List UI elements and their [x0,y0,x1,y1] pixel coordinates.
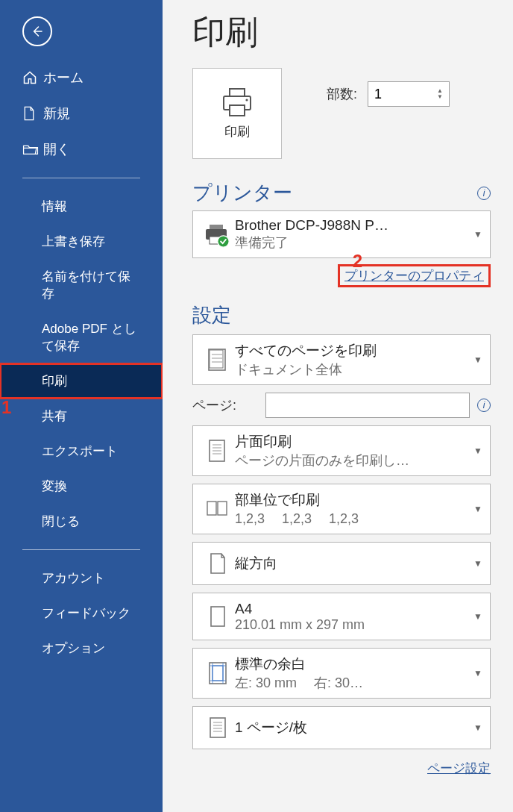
chevron-down-icon: ▼ [473,446,482,456]
pages-label: ページ: [192,396,258,414]
sidebar-item-label: フィードバック [42,605,130,622]
page-setup-link[interactable]: ページ設定 [427,761,491,775]
pages-per-sheet-dropdown[interactable]: 1 ページ/枚 ▼ [192,706,491,749]
sidebar-item-share[interactable]: 共有 [0,399,163,434]
sidebar-item-label: 情報 [42,198,67,215]
copies-spinner[interactable]: 1 ▲▼ [368,81,450,107]
sidebar-item-label: 印刷 [42,372,67,390]
document-icon [207,347,229,372]
collate-sub: 1,2,3 1,2,3 1,2,3 [235,510,473,528]
sidebar-item-account[interactable]: アカウント [0,560,163,596]
pages-scope-title: すべてのページを印刷 [235,341,473,360]
duplex-dropdown[interactable]: 片面印刷 ページの片面のみを印刷し… ▼ [192,425,491,476]
svg-rect-1 [230,89,245,96]
chevron-down-icon: ▼ [473,722,482,733]
pages-input[interactable] [265,393,470,418]
sidebar-item-label: 名前を付けて保存 [42,268,140,302]
portrait-icon [208,551,227,576]
orientation-title: 縦方向 [235,554,473,573]
annotation-1: 1 [1,397,11,418]
info-icon[interactable]: i [477,187,491,200]
sidebar-item-label: 変換 [42,478,67,495]
one-per-sheet-icon [207,715,228,740]
chevron-down-icon: ▼ [473,504,482,514]
paper-sub: 210.01 mm x 297 mm [235,617,473,633]
printer-dropdown[interactable]: Brother DCP-J988N P… 準備完了 ▼ [192,210,491,258]
print-button-label: 印刷 [224,123,250,140]
printer-large-icon [219,87,255,117]
svg-rect-19 [218,502,227,515]
sidebar: ホーム 新規 開く 情報 上書き保存 名前を付けて保存 Adobe PDF とし… [0,0,163,812]
sidebar-item-label: オプション [42,640,105,657]
copies-row: 部数: 1 ▲▼ [327,68,450,107]
paper-dropdown[interactable]: A4 210.01 mm x 297 mm ▼ [192,593,491,640]
sidebar-item-transform[interactable]: 変換 [0,469,163,504]
copies-value: 1 [374,87,382,102]
sidebar-item-new[interactable]: 新規 [0,96,163,131]
sidebar-separator [22,549,140,550]
spinner-arrows-icon: ▲▼ [437,88,443,100]
chevron-down-icon: ▼ [473,668,482,678]
sidebar-item-label: アカウント [42,569,105,587]
file-icon [22,106,43,121]
sidebar-item-print[interactable]: 印刷 [0,363,163,399]
margins-title: 標準の余白 [235,655,473,674]
svg-rect-5 [210,225,223,229]
margins-dropdown[interactable]: 標準の余白 左: 30 mm 右: 30… ▼ [192,648,491,699]
folder-open-icon [22,143,43,156]
sidebar-item-feedback[interactable]: フィードバック [0,596,163,631]
annotation-2: 2 [353,251,362,272]
pages-scope-sub: ドキュメント全体 [235,360,473,378]
page-title: 印刷 [192,10,491,54]
svg-point-7 [218,236,229,247]
margins-icon [207,660,228,686]
sidebar-item-label: 新規 [43,104,70,122]
sidebar-item-save-as[interactable]: 名前を付けて保存 [0,259,163,311]
main-panel: 印刷 印刷 部数: 1 ▲▼ プリンター i [163,0,513,812]
collate-title: 部単位で印刷 [235,490,473,510]
status-ready-icon [217,235,230,248]
svg-point-3 [245,99,248,101]
sidebar-item-save[interactable]: 上書き保存 [0,224,163,259]
info-icon[interactable]: i [477,399,491,412]
pages-scope-dropdown[interactable]: すべてのページを印刷 ドキュメント全体 ▼ [192,334,491,385]
paper-icon [208,604,227,629]
svg-rect-27 [210,718,225,737]
print-button[interactable]: 印刷 [192,68,282,159]
svg-rect-20 [211,607,224,626]
sidebar-item-label: 開く [43,140,70,158]
sidebar-item-adobe-pdf[interactable]: Adobe PDF として保存 [0,311,163,363]
sidebar-item-close[interactable]: 閉じる [0,504,163,539]
sidebar-item-label: 上書き保存 [42,233,105,250]
printer-section-title: プリンター [192,180,292,206]
sidebar-separator [22,178,140,178]
sidebar-item-export[interactable]: エクスポート [0,434,163,469]
duplex-title: 片面印刷 [235,432,473,452]
paper-title: A4 [235,601,473,617]
collate-dropdown[interactable]: 部単位で印刷 1,2,3 1,2,3 1,2,3 ▼ [192,484,491,534]
sidebar-item-options[interactable]: オプション [0,631,163,666]
copies-label: 部数: [327,85,357,103]
svg-rect-2 [230,105,245,116]
sidebar-item-label: エクスポート [42,443,118,460]
settings-section-title: 設定 [192,302,491,328]
sidebar-item-label: Adobe PDF として保存 [42,320,140,355]
sidebar-item-home[interactable]: ホーム [0,60,163,96]
back-button[interactable] [22,16,52,46]
chevron-down-icon: ▼ [473,558,482,569]
sidebar-item-open[interactable]: 開く [0,131,163,167]
svg-rect-18 [207,502,216,515]
printer-status: 準備完了 [235,234,473,252]
home-icon [22,70,43,85]
pages-per-sheet-title: 1 ページ/枚 [235,718,473,737]
chevron-down-icon: ▼ [473,611,482,622]
single-side-icon [207,437,229,464]
sidebar-item-label: 閉じる [42,513,80,530]
sidebar-item-info[interactable]: 情報 [0,189,163,224]
arrow-left-icon [31,25,44,38]
sidebar-item-label: ホーム [43,69,84,87]
collate-icon [206,499,230,519]
orientation-dropdown[interactable]: 縦方向 ▼ [192,542,491,585]
chevron-down-icon: ▼ [473,355,482,365]
duplex-sub: ページの片面のみを印刷し… [235,452,473,469]
